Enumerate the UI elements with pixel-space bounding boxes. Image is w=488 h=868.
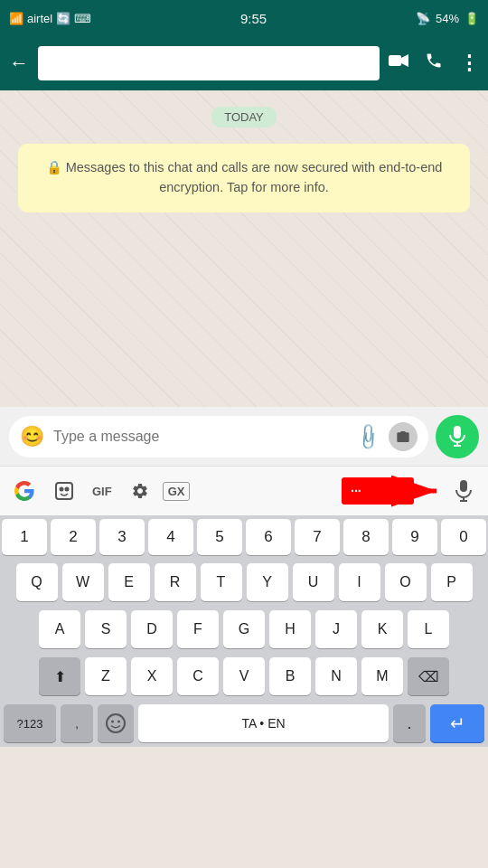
key-T[interactable]: T: [201, 563, 242, 601]
key-N[interactable]: N: [315, 657, 357, 695]
enter-key[interactable]: ↵: [430, 704, 484, 742]
top-bar-icons: ⋮: [389, 52, 479, 75]
svg-point-16: [111, 721, 114, 723]
keyboard-row-1: QWERTYUIOP: [0, 559, 488, 606]
chat-area: TODAY 🔒 Messages to this chat and calls …: [0, 90, 488, 407]
key-V[interactable]: V: [223, 657, 265, 695]
num-key-3[interactable]: 3: [99, 519, 145, 555]
key-J[interactable]: J: [315, 610, 357, 648]
carrier-name: airtel: [27, 12, 52, 25]
comma-key[interactable]: ,: [61, 704, 93, 742]
attach-button[interactable]: 📎: [352, 420, 384, 452]
emoji-keyboard-key[interactable]: [98, 704, 134, 742]
gx-translate-button[interactable]: GX: [163, 482, 191, 501]
num-key-9[interactable]: 9: [392, 519, 437, 555]
num-key-5[interactable]: 5: [197, 519, 242, 555]
camera-button[interactable]: [389, 422, 418, 451]
svg-rect-2: [454, 426, 461, 439]
keyboard-row-2: ASDFGHJKL: [0, 606, 488, 653]
message-input-area: 😊 📎: [0, 407, 488, 466]
cast-icon: 📡: [416, 12, 430, 25]
key-B[interactable]: B: [269, 657, 311, 695]
key-F[interactable]: F: [177, 610, 219, 648]
back-button[interactable]: ←: [9, 52, 29, 75]
key-O[interactable]: O: [385, 563, 427, 601]
keyboard-bottom-bar: ?123 , TA • EN . ↵: [0, 700, 488, 747]
num-key-8[interactable]: 8: [343, 519, 389, 555]
key-P[interactable]: P: [431, 563, 473, 601]
period-key[interactable]: .: [393, 704, 426, 742]
status-bar: 📶 airtel 🔄 ⌨ 9:55 📡 54% 🔋: [0, 0, 488, 36]
key-X[interactable]: X: [131, 657, 173, 695]
number-row: 1234567890: [0, 515, 488, 559]
svg-point-15: [107, 714, 125, 732]
message-input-container: 😊 📎: [9, 416, 428, 458]
key-S[interactable]: S: [85, 610, 127, 648]
key-Q[interactable]: Q: [16, 563, 58, 601]
status-left: 📶 airtel 🔄 ⌨: [9, 12, 91, 25]
svg-rect-5: [56, 483, 72, 499]
sync-icon: 🔄: [56, 12, 70, 25]
emoji-button[interactable]: 😊: [20, 425, 44, 448]
gif-button[interactable]: GIF: [87, 481, 117, 502]
google-keyboard-button[interactable]: [7, 474, 42, 508]
key-U[interactable]: U: [293, 563, 334, 601]
top-bar: ← ⋮: [0, 36, 488, 90]
num-key-4[interactable]: 4: [148, 519, 193, 555]
arrow-annotation: ···: [342, 468, 441, 514]
keyboard-icon: ⌨: [74, 12, 91, 25]
encryption-notice[interactable]: 🔒 Messages to this chat and calls are no…: [18, 144, 470, 212]
contact-name-box: [38, 46, 380, 80]
svg-point-7: [66, 488, 69, 491]
key-E[interactable]: E: [108, 563, 150, 601]
battery-text: 54%: [436, 12, 459, 25]
num-key-2[interactable]: 2: [51, 519, 96, 555]
battery-icon: 🔋: [465, 12, 479, 25]
key-Z[interactable]: Z: [85, 657, 127, 695]
key-I[interactable]: I: [339, 563, 380, 601]
mic-keyboard-button[interactable]: [446, 474, 481, 508]
signal-icon: 📶: [9, 12, 23, 25]
num-key-1[interactable]: 1: [2, 519, 47, 555]
today-badge: TODAY: [211, 107, 277, 127]
shift-key[interactable]: ⬆: [39, 657, 80, 695]
settings-button[interactable]: [123, 474, 157, 508]
message-input[interactable]: [53, 429, 348, 445]
num-key-0[interactable]: 0: [441, 519, 486, 555]
more-options-button[interactable]: ⋮: [459, 52, 479, 75]
svg-point-17: [117, 721, 120, 723]
keyboard-toolbar: GIF GX ···: [0, 466, 488, 515]
key-D[interactable]: D: [131, 610, 173, 648]
symbols-key[interactable]: ?123: [4, 704, 56, 742]
backspace-key[interactable]: ⌫: [408, 657, 449, 695]
num-key-7[interactable]: 7: [295, 519, 340, 555]
key-L[interactable]: L: [408, 610, 449, 648]
status-right: 📡 54% 🔋: [416, 12, 479, 25]
svg-text:···: ···: [351, 484, 361, 498]
key-G[interactable]: G: [223, 610, 265, 648]
key-R[interactable]: R: [155, 563, 196, 601]
svg-marker-1: [401, 54, 408, 67]
svg-rect-12: [460, 480, 467, 492]
num-key-6[interactable]: 6: [246, 519, 291, 555]
mic-button[interactable]: [436, 415, 479, 458]
key-C[interactable]: C: [177, 657, 219, 695]
key-W[interactable]: W: [62, 563, 104, 601]
video-call-button[interactable]: [389, 52, 408, 75]
status-time: 9:55: [240, 11, 267, 26]
key-K[interactable]: K: [361, 610, 403, 648]
svg-rect-0: [389, 55, 401, 66]
space-key[interactable]: TA • EN: [138, 704, 389, 742]
key-M[interactable]: M: [361, 657, 403, 695]
key-H[interactable]: H: [269, 610, 311, 648]
keyboard-row-3: ⬆ ZXCVBNM⌫: [0, 653, 488, 700]
phone-call-button[interactable]: [425, 52, 443, 75]
key-Y[interactable]: Y: [247, 563, 288, 601]
sticker-button[interactable]: [47, 474, 81, 508]
key-A[interactable]: A: [39, 610, 80, 648]
svg-point-6: [61, 488, 63, 491]
